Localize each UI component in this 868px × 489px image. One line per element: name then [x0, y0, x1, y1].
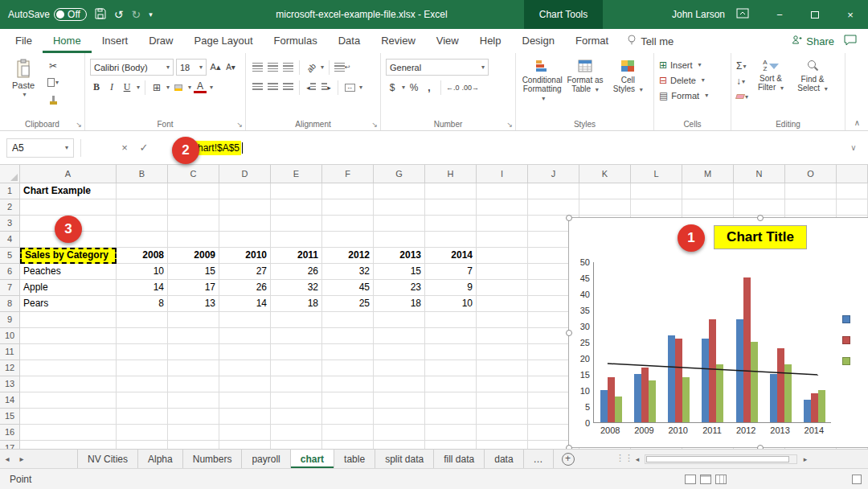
cell-H6[interactable]: 7 [425, 264, 477, 280]
bar-peaches-2010[interactable] [668, 335, 675, 422]
clipboard-dialog-launcher[interactable]: ↘ [76, 121, 82, 129]
paste-button[interactable]: Paste ▾ [5, 57, 42, 105]
bar-peaches-2014[interactable] [804, 400, 811, 422]
bar-apple-2009[interactable] [641, 368, 649, 422]
ribbon-tab-help[interactable]: Help [469, 29, 512, 53]
align-right-button[interactable] [281, 80, 294, 95]
cell-H1[interactable] [425, 183, 477, 199]
cell-B3[interactable] [117, 216, 168, 232]
merge-dropdown-icon[interactable]: ▾ [359, 84, 362, 91]
chart-resize-handle[interactable] [566, 445, 572, 449]
column-header-D[interactable]: D [219, 165, 271, 183]
cell-H8[interactable]: 10 [425, 296, 477, 312]
cell-M2[interactable] [682, 199, 734, 216]
cell-C2[interactable] [168, 199, 219, 216]
sort-filter-button[interactable]: AZ Sort &Filter ▾ [751, 57, 790, 104]
format-painter-button[interactable] [47, 91, 59, 105]
row-header-3[interactable]: 3 [0, 216, 20, 232]
row-header-1[interactable]: 1 [0, 183, 20, 199]
cell-L2[interactable] [631, 199, 682, 216]
cell-F7[interactable]: 45 [322, 280, 374, 296]
cell-I8[interactable] [477, 296, 528, 312]
column-header-J[interactable]: J [528, 165, 579, 183]
cell-G4[interactable] [374, 232, 425, 248]
bar-pears-2008[interactable] [615, 397, 622, 422]
cut-button[interactable]: ✂ [47, 59, 59, 73]
cell-B11[interactable] [117, 344, 168, 360]
cell-C10[interactable] [168, 328, 219, 344]
row-header-4[interactable]: 4 [0, 232, 20, 248]
cell-G16[interactable] [374, 425, 425, 441]
sheet-tab-chart[interactable]: chart [291, 450, 334, 468]
borders-button[interactable]: ⊞ [150, 80, 163, 95]
chart-title[interactable]: Chart Title [714, 225, 807, 249]
cell-H13[interactable] [425, 376, 477, 392]
cell-D2[interactable] [219, 199, 271, 216]
cell-E8[interactable]: 18 [271, 296, 322, 312]
cell-A17[interactable] [20, 441, 117, 449]
accounting-dropdown-icon[interactable]: ▾ [402, 84, 405, 91]
align-center-button[interactable] [266, 80, 279, 95]
ribbon-tab-draw[interactable]: Draw [138, 29, 183, 53]
cell-E7[interactable]: 32 [271, 280, 322, 296]
cell-F11[interactable] [322, 344, 374, 360]
cell-E5[interactable]: 2011 [271, 248, 322, 264]
cell-G11[interactable] [374, 344, 425, 360]
cell-E11[interactable] [271, 344, 322, 360]
increase-font-size-button[interactable]: A▴ [209, 60, 222, 75]
bar-pears-2010[interactable] [682, 377, 690, 422]
cell-F12[interactable] [322, 360, 374, 376]
row-header-14[interactable]: 14 [0, 392, 20, 409]
row-header-11[interactable]: 11 [0, 344, 20, 360]
column-header-I[interactable]: I [477, 165, 528, 183]
cell-B15[interactable] [117, 409, 168, 425]
expand-formula-bar-icon[interactable]: ∨ [845, 143, 862, 152]
cell-H9[interactable] [425, 312, 477, 328]
cell-B16[interactable] [117, 425, 168, 441]
cell-O2[interactable] [785, 199, 837, 216]
autosum-button[interactable]: Σ▾ [736, 59, 748, 73]
cell-D9[interactable] [219, 312, 271, 328]
cell-C5[interactable]: 2009 [168, 248, 219, 264]
redo-icon[interactable]: ↻ [132, 8, 141, 21]
cell-B4[interactable] [117, 232, 168, 248]
bar-apple-2012[interactable] [743, 277, 751, 422]
column-header-H[interactable]: H [425, 165, 477, 183]
maximize-button[interactable] [797, 0, 833, 29]
cell-D7[interactable]: 26 [219, 280, 271, 296]
bar-peaches-2013[interactable] [770, 374, 777, 422]
cell-G10[interactable] [374, 328, 425, 344]
bar-peaches-2011[interactable] [702, 339, 709, 422]
font-name-select[interactable]: Calibri (Body)▾ [90, 59, 174, 76]
cell-B8[interactable]: 8 [117, 296, 168, 312]
legend-swatch-pears[interactable] [842, 357, 850, 365]
clear-button[interactable]: ▾ [736, 89, 748, 104]
sheet-tab-Numbers[interactable]: Numbers [183, 450, 243, 468]
cell-C1[interactable] [168, 183, 219, 199]
collapse-ribbon-icon[interactable]: ∧ [854, 118, 860, 127]
cell-A1[interactable]: Chart Example [20, 183, 117, 199]
bold-button[interactable]: B [90, 80, 103, 95]
autosave-toggle[interactable]: AutoSave Off [8, 8, 87, 21]
sheet-nav-left-icon[interactable]: ◂ [0, 450, 14, 468]
font-size-select[interactable]: 18▾ [176, 59, 207, 76]
cell-F17[interactable] [322, 441, 374, 449]
horizontal-scrollbar-thumb[interactable] [646, 456, 789, 462]
cell-I5[interactable] [477, 248, 528, 264]
cell-A12[interactable] [20, 360, 117, 376]
column-header-N[interactable]: N [734, 165, 785, 183]
cell-I7[interactable] [477, 280, 528, 296]
cell-E9[interactable] [271, 312, 322, 328]
find-select-button[interactable]: Find &Select ▾ [793, 57, 832, 104]
sheet-tab-Alpha[interactable]: Alpha [138, 450, 183, 468]
bar-apple-2014[interactable] [811, 393, 818, 422]
cell-F16[interactable] [322, 425, 374, 441]
column-header-F[interactable]: F [322, 165, 374, 183]
cell-I17[interactable] [477, 441, 528, 449]
italic-button[interactable]: I [105, 80, 118, 95]
cell-F1[interactable] [322, 183, 374, 199]
bar-peaches-2009[interactable] [634, 374, 641, 422]
ribbon-tab-page-layout[interactable]: Page Layout [184, 29, 264, 53]
page-break-view-icon[interactable] [715, 475, 727, 484]
cell-E13[interactable] [271, 376, 322, 392]
